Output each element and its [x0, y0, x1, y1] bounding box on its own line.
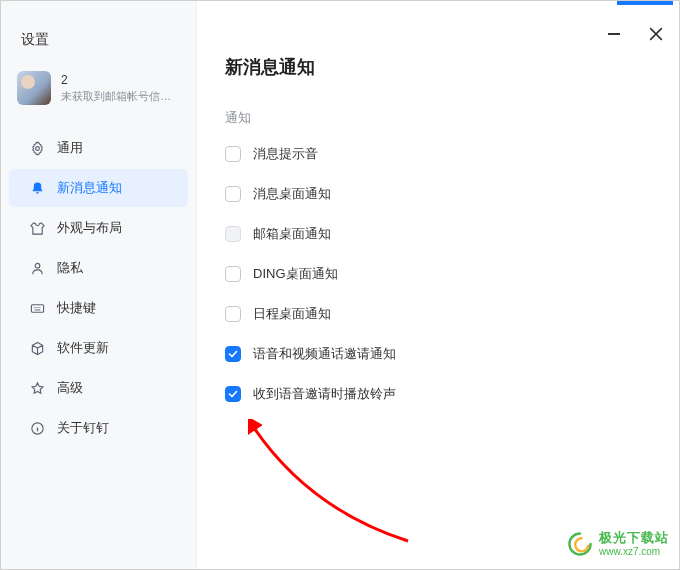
profile-name: 2 — [61, 73, 179, 89]
shirt-icon — [29, 220, 45, 236]
profile-subtitle: 未获取到邮箱帐号信息... — [61, 89, 179, 103]
sidebar-item-2[interactable]: 外观与布局 — [9, 209, 188, 247]
sidebar-item-6[interactable]: 高级 — [9, 369, 188, 407]
sidebar: 设置 2 未获取到邮箱帐号信息... 通用新消息通知外观与布局隐私快捷键软件更新… — [1, 1, 197, 569]
checkbox[interactable] — [225, 386, 241, 402]
package-icon — [29, 340, 45, 356]
sidebar-item-label: 软件更新 — [57, 339, 109, 357]
sidebar-item-0[interactable]: 通用 — [9, 129, 188, 167]
option-row-6[interactable]: 收到语音邀请时播放铃声 — [225, 385, 679, 403]
checkbox[interactable] — [225, 266, 241, 282]
sidebar-item-5[interactable]: 软件更新 — [9, 329, 188, 367]
sidebar-item-4[interactable]: 快捷键 — [9, 289, 188, 327]
watermark-url: www.xz7.com — [599, 546, 669, 557]
checkbox[interactable] — [225, 146, 241, 162]
person-icon — [29, 260, 45, 276]
page-title: 新消息通知 — [225, 55, 679, 79]
sidebar-item-label: 高级 — [57, 379, 83, 397]
sidebar-item-1[interactable]: 新消息通知 — [9, 169, 188, 207]
info-icon — [29, 420, 45, 436]
bell-icon — [29, 180, 45, 196]
option-row-4[interactable]: 日程桌面通知 — [225, 305, 679, 323]
checkbox[interactable] — [225, 226, 241, 242]
svg-rect-2 — [31, 304, 43, 312]
sidebar-item-3[interactable]: 隐私 — [9, 249, 188, 287]
option-label: 收到语音邀请时播放铃声 — [253, 385, 396, 403]
checkbox[interactable] — [225, 186, 241, 202]
sidebar-item-label: 新消息通知 — [57, 179, 122, 197]
gear-icon — [29, 140, 45, 156]
option-label: 语音和视频通话邀请通知 — [253, 345, 396, 363]
checkbox[interactable] — [225, 346, 241, 362]
sidebar-item-label: 隐私 — [57, 259, 83, 277]
option-label: 日程桌面通知 — [253, 305, 331, 323]
watermark: 极光下载站 www.xz7.com — [567, 531, 669, 557]
option-row-2[interactable]: 邮箱桌面通知 — [225, 225, 679, 243]
option-label: 消息提示音 — [253, 145, 318, 163]
sidebar-item-label: 关于钉钉 — [57, 419, 109, 437]
option-label: DING桌面通知 — [253, 265, 338, 283]
option-row-0[interactable]: 消息提示音 — [225, 145, 679, 163]
option-row-1[interactable]: 消息桌面通知 — [225, 185, 679, 203]
checkbox[interactable] — [225, 306, 241, 322]
sidebar-item-label: 快捷键 — [57, 299, 96, 317]
sidebar-item-label: 通用 — [57, 139, 83, 157]
sidebar-item-label: 外观与布局 — [57, 219, 122, 237]
sidebar-item-7[interactable]: 关于钉钉 — [9, 409, 188, 447]
option-row-5[interactable]: 语音和视频通话邀请通知 — [225, 345, 679, 363]
watermark-logo-icon — [567, 531, 593, 557]
profile-block[interactable]: 2 未获取到邮箱帐号信息... — [1, 67, 196, 119]
svg-point-1 — [35, 263, 40, 268]
option-row-3[interactable]: DING桌面通知 — [225, 265, 679, 283]
keyboard-icon — [29, 300, 45, 316]
star-icon — [29, 380, 45, 396]
option-label: 邮箱桌面通知 — [253, 225, 331, 243]
option-label: 消息桌面通知 — [253, 185, 331, 203]
window-title: 设置 — [1, 25, 196, 67]
watermark-text: 极光下载站 — [599, 531, 669, 545]
section-label: 通知 — [225, 109, 679, 127]
main-panel: 新消息通知 通知 消息提示音消息桌面通知邮箱桌面通知DING桌面通知日程桌面通知… — [197, 1, 679, 569]
avatar — [17, 71, 51, 105]
svg-point-0 — [35, 146, 39, 150]
